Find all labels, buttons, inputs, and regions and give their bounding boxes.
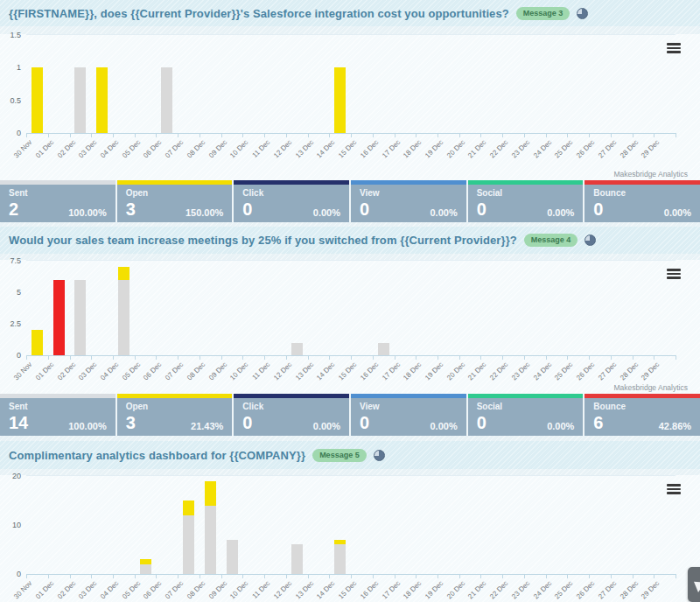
x-axis-tick bbox=[459, 133, 460, 137]
stat-values: 2100.00% bbox=[9, 200, 107, 218]
stat-label: Social bbox=[477, 402, 575, 411]
stat-percentage: 0.00% bbox=[547, 421, 574, 431]
stat-label: Bounce bbox=[593, 188, 691, 198]
stat-percentage: 42.86% bbox=[659, 421, 691, 431]
stat-value: 0 bbox=[593, 200, 603, 218]
chart-menu-icon[interactable] bbox=[667, 269, 681, 281]
campaign-title-bar: Complimentary analytics dashboard for {{… bbox=[0, 441, 700, 469]
bar-segment-sent[interactable] bbox=[291, 544, 303, 574]
analytics-page: { "metric_colors": { "sent": "#d9dde1", … bbox=[0, 0, 700, 602]
chat-widget-button[interactable] bbox=[688, 567, 700, 602]
y-axis-tick-label: 0 bbox=[0, 351, 21, 360]
stat-values: 00.00% bbox=[477, 414, 575, 431]
x-axis-tick bbox=[135, 355, 136, 360]
y-axis-tick-label: 1.5 bbox=[0, 31, 21, 39]
stat-label: Sent bbox=[9, 188, 107, 198]
bar-segment-sent[interactable] bbox=[291, 343, 303, 355]
bar-segment-sent[interactable] bbox=[74, 67, 86, 133]
x-axis-tick bbox=[48, 355, 49, 360]
bar-segment-sent[interactable] bbox=[334, 544, 346, 574]
stat-percentage: 0.00% bbox=[430, 421, 457, 431]
stat-value: 3 bbox=[126, 414, 136, 431]
stat-cell-social: Social00.00% bbox=[468, 180, 584, 222]
globe-icon bbox=[374, 450, 385, 461]
message-badge: Message 5 bbox=[312, 449, 367, 462]
bar-segment-sent[interactable] bbox=[140, 564, 151, 574]
bar-segment-sent[interactable] bbox=[118, 280, 130, 355]
x-axis-tick bbox=[113, 133, 114, 137]
bar-chart: 02.557.530 Nov01 Dec02 Dec03 Dec04 Dec05… bbox=[0, 260, 700, 389]
bar-segment-open[interactable] bbox=[32, 67, 43, 133]
x-axis-tick bbox=[242, 133, 243, 137]
x-axis-tick bbox=[221, 133, 222, 137]
x-axis-tick bbox=[264, 133, 265, 137]
x-axis-tick bbox=[633, 355, 634, 360]
bar-segment-open[interactable] bbox=[334, 67, 346, 133]
stat-percentage: 0.00% bbox=[313, 421, 340, 431]
bar-segment-sent[interactable] bbox=[227, 540, 238, 574]
x-axis-tick bbox=[438, 133, 438, 137]
bar-segment-sent[interactable] bbox=[183, 515, 194, 574]
stat-value: 2 bbox=[9, 200, 18, 218]
message-badge: Message 3 bbox=[516, 7, 570, 20]
stat-percentage: 0.00% bbox=[430, 207, 457, 218]
stat-values: 642.86% bbox=[593, 414, 691, 431]
y-axis-tick-label: 5 bbox=[0, 288, 21, 297]
stat-label: Open bbox=[126, 402, 224, 411]
bar-segment-sent[interactable] bbox=[205, 506, 216, 574]
x-axis-tick bbox=[48, 133, 49, 137]
bar-segment-sent[interactable] bbox=[74, 280, 86, 355]
stat-label: View bbox=[360, 402, 458, 411]
x-axis-tick bbox=[459, 574, 460, 578]
bar-segment-sent[interactable] bbox=[378, 343, 389, 355]
y-axis-tick-label: 0 bbox=[0, 129, 21, 137]
stat-label: Click bbox=[242, 402, 340, 411]
y-axis-tick-label: 10 bbox=[0, 521, 21, 529]
chart-menu-icon[interactable] bbox=[667, 43, 681, 55]
bar-segment-open[interactable] bbox=[205, 481, 216, 506]
x-axis-tick bbox=[200, 355, 200, 360]
bar-segment-open[interactable] bbox=[96, 67, 108, 133]
stat-cell-sent: Sent14100.00% bbox=[0, 394, 116, 436]
stat-value: 0 bbox=[360, 414, 369, 431]
bar-segment-open[interactable] bbox=[334, 540, 346, 545]
globe-icon bbox=[584, 234, 596, 246]
x-axis-tick bbox=[567, 355, 568, 360]
stat-values: 00.00% bbox=[477, 200, 575, 218]
x-axis-tick bbox=[502, 574, 503, 578]
stat-value: 3 bbox=[126, 200, 136, 218]
x-axis-tick bbox=[373, 355, 374, 360]
x-axis-tick bbox=[373, 574, 374, 578]
x-axis-tick bbox=[351, 133, 352, 137]
bar-segment-open[interactable] bbox=[32, 330, 43, 355]
campaign-title-bar: Would your sales team increase meetings … bbox=[0, 227, 700, 254]
x-axis-tick bbox=[329, 574, 330, 578]
bar-segment-sent[interactable] bbox=[161, 67, 172, 133]
x-axis-tick bbox=[438, 355, 438, 360]
bar-segment-bounce[interactable] bbox=[53, 280, 65, 355]
x-axis-tick bbox=[351, 574, 352, 578]
stat-value: 0 bbox=[477, 200, 486, 218]
x-axis-tick bbox=[221, 355, 222, 360]
bar-chart: 0102030 Nov01 Dec02 Dec03 Dec04 Dec05 De… bbox=[0, 475, 700, 602]
x-axis-tick bbox=[546, 574, 547, 578]
stat-cell-social: Social00.00% bbox=[468, 394, 584, 436]
bar-segment-open[interactable] bbox=[118, 267, 130, 279]
stat-percentage: 21.43% bbox=[191, 421, 223, 431]
stat-cell-bounce: Bounce00.00% bbox=[584, 180, 700, 222]
stat-value: 0 bbox=[242, 414, 252, 431]
x-axis-tick bbox=[567, 574, 568, 578]
bar-segment-open[interactable] bbox=[140, 559, 151, 564]
x-axis-tick bbox=[221, 574, 222, 578]
stat-values: 00.00% bbox=[360, 414, 458, 431]
x-axis-tick bbox=[48, 574, 49, 578]
stat-value: 6 bbox=[593, 414, 603, 431]
x-axis-tick bbox=[178, 574, 178, 578]
bar-segment-open[interactable] bbox=[183, 500, 194, 515]
x-axis-tick bbox=[242, 355, 243, 360]
globe-icon bbox=[577, 8, 588, 19]
x-axis-tick bbox=[676, 133, 676, 137]
campaign-section-1: {{FIRSTNAME}}, does {{Current Provider}}… bbox=[0, 0, 700, 222]
x-axis-tick bbox=[200, 574, 200, 578]
chart-menu-icon[interactable] bbox=[667, 484, 681, 496]
